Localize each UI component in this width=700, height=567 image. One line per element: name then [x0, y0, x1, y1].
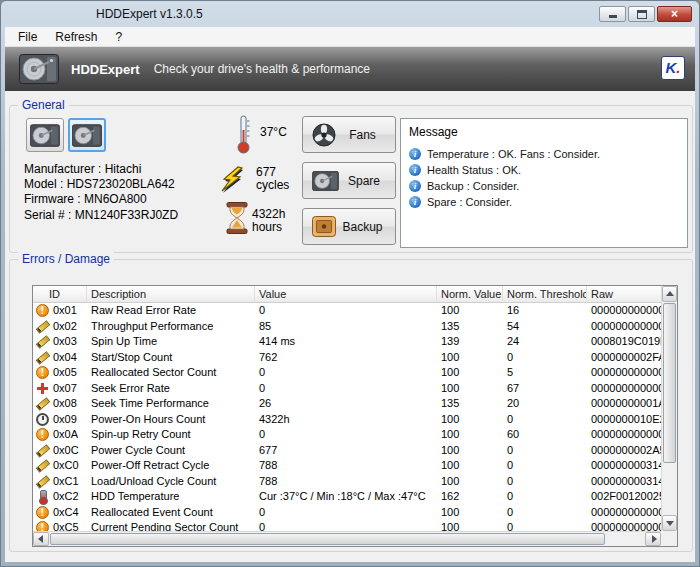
cell-norm-threshold: 0 [503, 458, 587, 474]
table-row[interactable]: 0x01 Raw Read Error Rate 0 100 16 000000… [33, 303, 661, 319]
column-header-id[interactable]: ID [33, 286, 87, 303]
row-status-icon [36, 490, 49, 503]
table-row[interactable]: 0x0A Spin-up Retry Count 0 100 60 000000… [33, 427, 661, 443]
cell-norm-value: 100 [437, 474, 503, 490]
maximize-button[interactable] [628, 6, 655, 22]
vendor-logo[interactable]: K. [661, 56, 685, 80]
cell-id: 0x04 [53, 350, 77, 366]
drive-model: Model : HDS723020BLA642 [24, 177, 178, 192]
table-row[interactable]: 0x03 Spin Up Time 414 ms 139 24 0008019C… [33, 334, 661, 350]
vertical-scrollbar[interactable] [661, 286, 677, 531]
cell-description: HDD Temperature [87, 489, 255, 505]
table-row[interactable]: 0x09 Power-On Hours Count 4322h 100 0 00… [33, 412, 661, 428]
message-item: Temperature : OK. Fans : Consider. [401, 146, 687, 162]
column-header-raw[interactable]: Raw [587, 286, 661, 303]
cell-norm-value: 100 [437, 427, 503, 443]
row-status-icon [36, 413, 49, 426]
cell-id: 0xC1 [53, 474, 79, 490]
vertical-scroll-thumb[interactable] [663, 303, 676, 463]
cell-value: 788 [255, 458, 437, 474]
cell-norm-threshold: 0 [503, 505, 587, 521]
drive-info: Manufacturer : Hitachi Model : HDS723020… [24, 162, 178, 223]
table-row[interactable]: 0x05 Reallocated Sector Count 0 100 5 00… [33, 365, 661, 381]
cell-norm-threshold: 20 [503, 396, 587, 412]
cell-description: Throughput Performance [87, 319, 255, 335]
message-text: Health Status : OK. [427, 164, 521, 176]
table-row[interactable]: 0xC1 Load/Unload Cycle Count 788 100 0 0… [33, 474, 661, 490]
cell-description: Power Cycle Count [87, 443, 255, 459]
cycles-unit: cycles [256, 179, 289, 192]
power-cycles-icon [218, 166, 246, 194]
cell-value: 788 [255, 474, 437, 490]
cell-norm-value: 139 [437, 334, 503, 350]
message-panel: Message Temperature : OK. Fans : Conside… [400, 118, 688, 248]
cell-raw: 000000000000 [587, 520, 661, 531]
spare-button[interactable]: Spare [302, 162, 396, 199]
scroll-right-button[interactable] [645, 532, 661, 546]
cell-raw: 000000000000 [587, 427, 661, 443]
row-status-icon [36, 428, 49, 441]
message-item: Backup : Consider. [401, 178, 687, 194]
cell-value: 762 [255, 350, 437, 366]
cell-id: 0x08 [53, 396, 77, 412]
cell-raw: 002F00120025 [587, 489, 661, 505]
column-header-norm-threshold[interactable]: Norm. Threshold [503, 286, 587, 303]
message-text: Backup : Consider. [427, 180, 519, 192]
table-row[interactable]: 0x04 Start/Stop Count 762 100 0 00000000… [33, 350, 661, 366]
row-status-icon [36, 521, 49, 531]
app-window: HDDExpert v1.3.0.5 × File Refresh ? HDDE… [0, 0, 700, 567]
menu-refresh[interactable]: Refresh [46, 28, 106, 46]
info-icon [409, 164, 421, 176]
column-header-description[interactable]: Description [87, 286, 255, 303]
cell-norm-threshold: 0 [503, 474, 587, 490]
table-row[interactable]: 0x08 Seek Time Performance 26 135 20 000… [33, 396, 661, 412]
cell-value: 414 ms [255, 334, 437, 350]
horizontal-scrollbar[interactable] [33, 531, 661, 546]
hdd-icon [30, 124, 60, 147]
fans-button[interactable]: Fans [302, 116, 396, 153]
cell-norm-value: 135 [437, 396, 503, 412]
scroll-down-button[interactable] [662, 515, 677, 531]
table-row[interactable]: 0x07 Seek Error Rate 0 100 67 0000000000… [33, 381, 661, 397]
cell-id: 0x05 [53, 365, 77, 381]
drive-select-button-1[interactable] [26, 118, 64, 152]
cell-description: Reallocated Event Count [87, 505, 255, 521]
cell-id: 0x09 [53, 412, 77, 428]
general-label: General [18, 98, 69, 112]
drive-select-button-2[interactable] [68, 118, 106, 152]
titlebar[interactable]: HDDExpert v1.3.0.5 × [1, 1, 699, 27]
minimize-button[interactable] [599, 6, 626, 22]
drive-manufacturer: Manufacturer : Hitachi [24, 162, 178, 177]
table-row[interactable]: 0xC0 Power-Off Retract Cycle 788 100 0 0… [33, 458, 661, 474]
column-header-norm-value[interactable]: Norm. Value [437, 286, 503, 303]
scroll-left-button[interactable] [33, 532, 49, 546]
table-row[interactable]: 0xC4 Reallocated Event Count 0 100 0 000… [33, 505, 661, 521]
cell-value: Cur :37°C / Min :18°C / Max :47°C [255, 489, 437, 505]
scrollbar-corner [661, 531, 677, 546]
maximize-icon [637, 10, 647, 19]
row-status-icon [36, 320, 49, 333]
cell-raw: 0000000002FA [587, 350, 661, 366]
table-row[interactable]: 0x0C Power Cycle Count 677 100 0 0000000… [33, 443, 661, 459]
backup-button[interactable]: Backup [302, 208, 396, 245]
banner-app-name: HDDExpert [71, 62, 140, 77]
close-button[interactable]: × [657, 6, 692, 22]
menu-file[interactable]: File [9, 28, 46, 46]
cell-raw: 00000000001A [587, 396, 661, 412]
table-row[interactable]: 0xC5 Current Pending Sector Count 0 100 … [33, 520, 661, 531]
row-status-icon [36, 366, 49, 379]
cell-description: Raw Read Error Rate [87, 303, 255, 319]
cell-raw: 000000000000 [587, 303, 661, 319]
cell-norm-threshold: 24 [503, 334, 587, 350]
horizontal-scroll-thumb[interactable] [50, 533, 605, 545]
cell-norm-value: 100 [437, 412, 503, 428]
scroll-up-button[interactable] [662, 286, 677, 302]
column-header-value[interactable]: Value [255, 286, 437, 303]
cell-value: 0 [255, 505, 437, 521]
table-row[interactable]: 0x02 Throughput Performance 85 135 54 00… [33, 319, 661, 335]
hours-value: 4322h hours [252, 208, 285, 234]
menu-help[interactable]: ? [106, 28, 131, 46]
cell-raw: 0000000010E2 [587, 412, 661, 428]
table-row[interactable]: 0xC2 HDD Temperature Cur :37°C / Min :18… [33, 489, 661, 505]
cell-norm-value: 100 [437, 505, 503, 521]
